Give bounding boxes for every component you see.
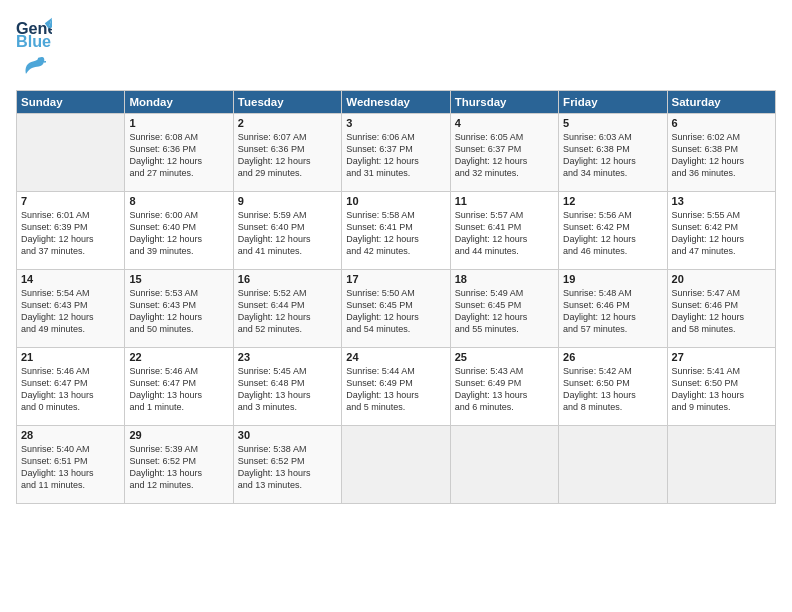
day-info: Sunrise: 6:08 AM Sunset: 6:36 PM Dayligh… — [129, 131, 228, 180]
day-number: 20 — [672, 273, 771, 285]
day-info: Sunrise: 5:55 AM Sunset: 6:42 PM Dayligh… — [672, 209, 771, 258]
day-info: Sunrise: 5:50 AM Sunset: 6:45 PM Dayligh… — [346, 287, 445, 336]
weekday-header-sunday: Sunday — [17, 91, 125, 114]
calendar-cell: 1Sunrise: 6:08 AM Sunset: 6:36 PM Daylig… — [125, 114, 233, 192]
day-number: 9 — [238, 195, 337, 207]
day-number: 14 — [21, 273, 120, 285]
day-number: 18 — [455, 273, 554, 285]
weekday-header-tuesday: Tuesday — [233, 91, 341, 114]
day-info: Sunrise: 6:03 AM Sunset: 6:38 PM Dayligh… — [563, 131, 662, 180]
calendar-cell: 18Sunrise: 5:49 AM Sunset: 6:45 PM Dayli… — [450, 270, 558, 348]
calendar-cell: 26Sunrise: 5:42 AM Sunset: 6:50 PM Dayli… — [559, 348, 667, 426]
day-info: Sunrise: 5:41 AM Sunset: 6:50 PM Dayligh… — [672, 365, 771, 414]
calendar-week-5: 28Sunrise: 5:40 AM Sunset: 6:51 PM Dayli… — [17, 426, 776, 504]
calendar-cell: 10Sunrise: 5:58 AM Sunset: 6:41 PM Dayli… — [342, 192, 450, 270]
calendar-cell — [667, 426, 775, 504]
day-info: Sunrise: 6:02 AM Sunset: 6:38 PM Dayligh… — [672, 131, 771, 180]
calendar-cell: 19Sunrise: 5:48 AM Sunset: 6:46 PM Dayli… — [559, 270, 667, 348]
weekday-header-thursday: Thursday — [450, 91, 558, 114]
day-number: 2 — [238, 117, 337, 129]
bird-icon — [18, 52, 46, 80]
day-number: 17 — [346, 273, 445, 285]
day-number: 8 — [129, 195, 228, 207]
calendar-cell: 29Sunrise: 5:39 AM Sunset: 6:52 PM Dayli… — [125, 426, 233, 504]
calendar-cell: 11Sunrise: 5:57 AM Sunset: 6:41 PM Dayli… — [450, 192, 558, 270]
day-info: Sunrise: 5:57 AM Sunset: 6:41 PM Dayligh… — [455, 209, 554, 258]
calendar-cell: 22Sunrise: 5:46 AM Sunset: 6:47 PM Dayli… — [125, 348, 233, 426]
calendar-cell: 6Sunrise: 6:02 AM Sunset: 6:38 PM Daylig… — [667, 114, 775, 192]
calendar-cell: 3Sunrise: 6:06 AM Sunset: 6:37 PM Daylig… — [342, 114, 450, 192]
calendar-cell: 24Sunrise: 5:44 AM Sunset: 6:49 PM Dayli… — [342, 348, 450, 426]
calendar-cell: 12Sunrise: 5:56 AM Sunset: 6:42 PM Dayli… — [559, 192, 667, 270]
calendar-cell: 25Sunrise: 5:43 AM Sunset: 6:49 PM Dayli… — [450, 348, 558, 426]
day-info: Sunrise: 5:38 AM Sunset: 6:52 PM Dayligh… — [238, 443, 337, 492]
day-info: Sunrise: 5:42 AM Sunset: 6:50 PM Dayligh… — [563, 365, 662, 414]
calendar-cell: 2Sunrise: 6:07 AM Sunset: 6:36 PM Daylig… — [233, 114, 341, 192]
calendar-cell: 14Sunrise: 5:54 AM Sunset: 6:43 PM Dayli… — [17, 270, 125, 348]
day-number: 28 — [21, 429, 120, 441]
weekday-header-wednesday: Wednesday — [342, 91, 450, 114]
calendar-week-3: 14Sunrise: 5:54 AM Sunset: 6:43 PM Dayli… — [17, 270, 776, 348]
day-number: 7 — [21, 195, 120, 207]
calendar-cell: 5Sunrise: 6:03 AM Sunset: 6:38 PM Daylig… — [559, 114, 667, 192]
day-info: Sunrise: 5:48 AM Sunset: 6:46 PM Dayligh… — [563, 287, 662, 336]
day-number: 15 — [129, 273, 228, 285]
day-number: 19 — [563, 273, 662, 285]
page-header: General Blue — [16, 16, 776, 80]
day-number: 27 — [672, 351, 771, 363]
day-number: 21 — [21, 351, 120, 363]
calendar-cell: 13Sunrise: 5:55 AM Sunset: 6:42 PM Dayli… — [667, 192, 775, 270]
weekday-header-saturday: Saturday — [667, 91, 775, 114]
day-info: Sunrise: 6:01 AM Sunset: 6:39 PM Dayligh… — [21, 209, 120, 258]
day-number: 11 — [455, 195, 554, 207]
calendar-week-2: 7Sunrise: 6:01 AM Sunset: 6:39 PM Daylig… — [17, 192, 776, 270]
day-number: 25 — [455, 351, 554, 363]
page-container: General Blue — [0, 0, 792, 612]
calendar-cell: 17Sunrise: 5:50 AM Sunset: 6:45 PM Dayli… — [342, 270, 450, 348]
calendar-cell — [17, 114, 125, 192]
day-info: Sunrise: 5:53 AM Sunset: 6:43 PM Dayligh… — [129, 287, 228, 336]
day-info: Sunrise: 6:05 AM Sunset: 6:37 PM Dayligh… — [455, 131, 554, 180]
day-info: Sunrise: 5:54 AM Sunset: 6:43 PM Dayligh… — [21, 287, 120, 336]
calendar-cell — [450, 426, 558, 504]
day-info: Sunrise: 5:49 AM Sunset: 6:45 PM Dayligh… — [455, 287, 554, 336]
calendar-cell — [559, 426, 667, 504]
calendar-table: SundayMondayTuesdayWednesdayThursdayFrid… — [16, 90, 776, 504]
day-number: 30 — [238, 429, 337, 441]
calendar-cell: 21Sunrise: 5:46 AM Sunset: 6:47 PM Dayli… — [17, 348, 125, 426]
day-number: 24 — [346, 351, 445, 363]
day-info: Sunrise: 6:06 AM Sunset: 6:37 PM Dayligh… — [346, 131, 445, 180]
calendar-week-4: 21Sunrise: 5:46 AM Sunset: 6:47 PM Dayli… — [17, 348, 776, 426]
calendar-cell: 28Sunrise: 5:40 AM Sunset: 6:51 PM Dayli… — [17, 426, 125, 504]
calendar-cell: 8Sunrise: 6:00 AM Sunset: 6:40 PM Daylig… — [125, 192, 233, 270]
day-info: Sunrise: 5:59 AM Sunset: 6:40 PM Dayligh… — [238, 209, 337, 258]
day-number: 13 — [672, 195, 771, 207]
calendar-cell: 27Sunrise: 5:41 AM Sunset: 6:50 PM Dayli… — [667, 348, 775, 426]
weekday-header-friday: Friday — [559, 91, 667, 114]
day-number: 22 — [129, 351, 228, 363]
day-info: Sunrise: 5:40 AM Sunset: 6:51 PM Dayligh… — [21, 443, 120, 492]
calendar-week-1: 1Sunrise: 6:08 AM Sunset: 6:36 PM Daylig… — [17, 114, 776, 192]
calendar-cell: 9Sunrise: 5:59 AM Sunset: 6:40 PM Daylig… — [233, 192, 341, 270]
calendar-cell: 23Sunrise: 5:45 AM Sunset: 6:48 PM Dayli… — [233, 348, 341, 426]
day-number: 5 — [563, 117, 662, 129]
day-number: 16 — [238, 273, 337, 285]
day-number: 26 — [563, 351, 662, 363]
day-number: 1 — [129, 117, 228, 129]
calendar-cell: 20Sunrise: 5:47 AM Sunset: 6:46 PM Dayli… — [667, 270, 775, 348]
day-info: Sunrise: 5:46 AM Sunset: 6:47 PM Dayligh… — [21, 365, 120, 414]
day-info: Sunrise: 5:43 AM Sunset: 6:49 PM Dayligh… — [455, 365, 554, 414]
day-info: Sunrise: 5:46 AM Sunset: 6:47 PM Dayligh… — [129, 365, 228, 414]
logo: General Blue — [16, 16, 52, 80]
day-info: Sunrise: 5:39 AM Sunset: 6:52 PM Dayligh… — [129, 443, 228, 492]
day-info: Sunrise: 5:44 AM Sunset: 6:49 PM Dayligh… — [346, 365, 445, 414]
day-number: 10 — [346, 195, 445, 207]
day-info: Sunrise: 5:52 AM Sunset: 6:44 PM Dayligh… — [238, 287, 337, 336]
day-number: 23 — [238, 351, 337, 363]
calendar-cell: 30Sunrise: 5:38 AM Sunset: 6:52 PM Dayli… — [233, 426, 341, 504]
day-info: Sunrise: 5:58 AM Sunset: 6:41 PM Dayligh… — [346, 209, 445, 258]
calendar-cell: 15Sunrise: 5:53 AM Sunset: 6:43 PM Dayli… — [125, 270, 233, 348]
svg-text:Blue: Blue — [16, 32, 51, 50]
logo-icon: General Blue — [16, 16, 52, 52]
weekday-header-monday: Monday — [125, 91, 233, 114]
